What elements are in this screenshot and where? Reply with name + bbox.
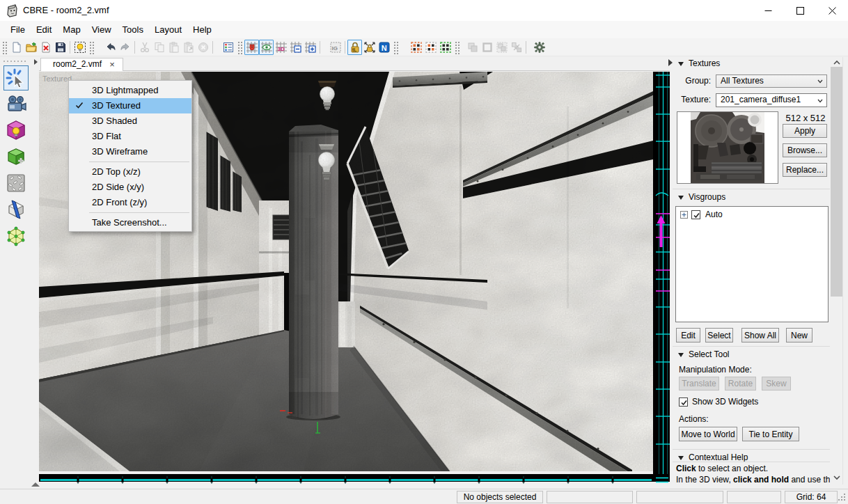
map-information-button[interactable] — [72, 40, 87, 55]
menu-help[interactable]: Help — [187, 21, 217, 38]
toolbar-separator — [526, 41, 526, 54]
apply-button[interactable]: Apply — [783, 124, 827, 138]
bigger-grid-button[interactable] — [303, 40, 317, 55]
visgroup-checkbox[interactable] — [691, 210, 700, 219]
tree-expand-icon[interactable] — [680, 211, 688, 219]
toolbar-grip[interactable] — [454, 40, 460, 54]
cut-button[interactable] — [137, 40, 152, 55]
selection-tool-button[interactable] — [3, 65, 29, 90]
visgroups-edit-button[interactable]: Edit — [676, 328, 700, 342]
visgroups-section-header[interactable]: Visgroups — [673, 191, 830, 204]
tie-to-entity-button[interactable]: Tie to Entity — [742, 427, 799, 441]
resize-grip[interactable] — [838, 494, 847, 502]
viewport-2d-bottom-sliver[interactable] — [39, 474, 670, 482]
paste-special-button[interactable] — [181, 40, 196, 55]
brush-tool-button[interactable] — [3, 144, 29, 169]
menu-item-take-screenshot[interactable]: Take Screenshot... — [69, 215, 191, 230]
menu-item-3d-lightmapped[interactable]: 3D Lightmapped — [69, 83, 191, 98]
show-2d-grid-button[interactable] — [259, 40, 274, 55]
select-tool-section-header[interactable]: Select Tool — [673, 348, 830, 361]
ignore-groups-button[interactable] — [494, 40, 509, 55]
redo-button[interactable] — [118, 40, 132, 55]
paste-special-icon — [183, 42, 194, 53]
close-button[interactable] — [816, 0, 848, 21]
tab-close-icon[interactable]: × — [108, 61, 116, 69]
menu-tools[interactable]: Tools — [117, 21, 149, 38]
move-to-world-button[interactable]: Move to World — [679, 427, 737, 441]
scrollbar-thumb[interactable] — [831, 67, 842, 297]
show-3d-grid-button[interactable]: 3D — [274, 40, 288, 55]
entity-tool-button[interactable] — [3, 118, 29, 143]
show-3d-widgets-label[interactable]: Show 3D Widgets — [692, 397, 758, 407]
menu-view[interactable]: View — [86, 21, 117, 38]
object-properties-button[interactable] — [221, 40, 235, 55]
textures-section-header[interactable]: Textures — [673, 57, 830, 70]
menu-file[interactable]: File — [5, 21, 31, 38]
hide-null-textures-button[interactable]: N — [377, 40, 391, 55]
toolbar-grip[interactable] — [1, 40, 8, 54]
smaller-grid-button[interactable] — [288, 40, 303, 55]
visgroups-select-button[interactable]: Select — [705, 328, 733, 342]
menu-map[interactable]: Map — [57, 21, 86, 38]
contextual-help-section-header[interactable]: Contextual Help — [673, 451, 830, 464]
scroll-down-icon[interactable] — [833, 475, 840, 480]
options-button[interactable] — [532, 40, 547, 55]
copy-button[interactable] — [152, 40, 166, 55]
hide-selected-icon — [411, 42, 422, 53]
hide-selected-button[interactable] — [409, 40, 423, 55]
visgroup-item-label[interactable]: Auto — [705, 210, 723, 219]
texture-combobox[interactable]: 201_camera_diffuse1 — [716, 93, 827, 107]
undo-button[interactable] — [103, 40, 118, 55]
menu-edit[interactable]: Edit — [31, 21, 57, 38]
visgroups-list[interactable]: Auto — [675, 206, 829, 322]
toolbar-grip[interactable] — [237, 40, 243, 54]
maximize-button[interactable] — [784, 0, 816, 21]
visgroups-new-button[interactable]: New — [786, 328, 812, 342]
tab-room2_2[interactable]: room2_2.vmf × — [40, 58, 123, 71]
minimize-button[interactable] — [752, 0, 784, 21]
show-3d-widgets-checkbox[interactable] — [679, 397, 688, 407]
visgroups-show-all-button[interactable]: Show All — [741, 328, 779, 342]
menu-item-3d-wireframe[interactable]: 3D Wireframe — [69, 144, 191, 159]
browse-button[interactable]: Browse... — [783, 143, 827, 157]
texture-application-tool-button[interactable] — [3, 171, 29, 196]
hide-unselected-button[interactable] — [423, 40, 438, 55]
translate-button[interactable]: Translate — [679, 377, 719, 391]
show-hidden-button[interactable] — [438, 40, 453, 55]
menu-item-2d-front[interactable]: 2D Front (z/y) — [69, 195, 191, 210]
viewport-2d-right-sliver[interactable] — [653, 72, 670, 482]
ungroup-button[interactable] — [480, 40, 494, 55]
close-file-button[interactable] — [38, 40, 53, 55]
toolbar-grip[interactable] — [88, 40, 95, 54]
texture-lock-button[interactable]: tL — [347, 40, 362, 55]
rotate-button[interactable]: Rotate — [725, 377, 756, 391]
delete-button[interactable] — [196, 40, 210, 55]
skew-button[interactable]: Skew — [762, 377, 791, 391]
group-combobox[interactable]: All Textures — [716, 74, 827, 88]
texture-size-label: 512 x 512 — [783, 113, 829, 123]
collapsed-dock-strip[interactable] — [842, 57, 848, 485]
texture-scaling-lock-button[interactable] — [362, 40, 377, 55]
ignore-grouping-button[interactable]: IG — [328, 40, 343, 55]
menu-item-2d-top[interactable]: 2D Top (x/z) — [69, 164, 191, 180]
snap-to-grid-button[interactable] — [244, 40, 259, 55]
save-file-button[interactable] — [53, 40, 68, 55]
dock-scrollbar[interactable] — [831, 57, 842, 485]
move-world-entity-button[interactable] — [509, 40, 524, 55]
camera-tool-button[interactable] — [3, 92, 29, 117]
collapse-bottom-arrow[interactable] — [31, 482, 40, 487]
vertex-manipulation-tool-button[interactable] — [3, 223, 29, 249]
group-button[interactable] — [465, 40, 480, 55]
menu-item-3d-textured[interactable]: 3D Textured — [69, 98, 191, 113]
menu-item-3d-flat[interactable]: 3D Flat — [69, 129, 191, 144]
clipping-tool-button[interactable] — [3, 197, 29, 222]
scroll-up-icon[interactable] — [833, 60, 840, 65]
menu-item-2d-side[interactable]: 2D Side (x/y) — [69, 180, 191, 195]
toolbar-grip[interactable] — [393, 40, 399, 54]
menu-item-3d-shaded[interactable]: 3D Shaded — [69, 113, 191, 129]
paste-button[interactable] — [166, 40, 181, 55]
replace-button[interactable]: Replace... — [783, 163, 827, 177]
open-file-button[interactable] — [24, 40, 38, 55]
menu-layout[interactable]: Layout — [149, 21, 187, 38]
new-file-button[interactable] — [9, 40, 24, 55]
